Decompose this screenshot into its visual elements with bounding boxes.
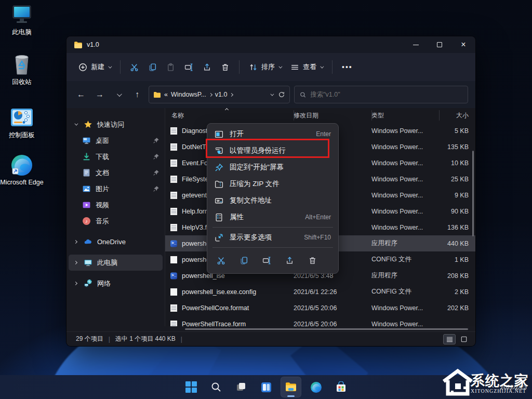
start-button[interactable] — [181, 377, 202, 397]
tray-clock[interactable]: 2022/2/23 — [500, 383, 527, 391]
column-header-name[interactable]: 名称 — [165, 111, 294, 120]
vertical-scrollbar[interactable] — [472, 151, 474, 236]
file-name: PowerShellCore.format — [182, 304, 249, 312]
table-row[interactable]: PowerShellTrace.form 2021/6/5 20:06 Wind… — [165, 316, 475, 326]
new-button[interactable]: 新建 — [74, 59, 115, 75]
admin-shield-icon — [215, 147, 223, 155]
view-button[interactable]: 查看 — [286, 59, 327, 75]
file-type: Windows Power... — [371, 224, 439, 231]
up-button[interactable]: ↑ — [130, 87, 144, 102]
sidebar-item-quick-access[interactable]: 快速访问 — [69, 116, 163, 132]
delete-button[interactable] — [302, 252, 323, 269]
tray-show-hidden-icons[interactable] — [490, 385, 494, 389]
paste-button[interactable] — [162, 59, 180, 75]
sidebar-item-downloads[interactable]: 下载 — [69, 149, 163, 165]
rename-button[interactable] — [256, 252, 277, 269]
file-type-icon — [170, 159, 177, 167]
menu-separator — [212, 247, 333, 248]
desktop-icon-edge[interactable]: Microsoft Edge — [0, 154, 44, 186]
file-type: Windows Power... — [371, 321, 439, 327]
videos-icon — [82, 201, 91, 209]
recent-locations-button[interactable] — [111, 87, 126, 102]
rename-button[interactable] — [180, 59, 198, 75]
column-header-type[interactable]: 类型 — [371, 111, 439, 120]
desktop-icon-this-pc[interactable]: 此电脑 — [0, 3, 44, 37]
menu-separator — [212, 227, 333, 228]
task-view-button[interactable] — [231, 377, 251, 397]
copy-button[interactable] — [143, 59, 162, 75]
breadcrumb-current[interactable]: v1.0 — [215, 91, 228, 98]
menu-item-open[interactable]: 打开 Enter — [207, 126, 338, 142]
taskbar-search-button[interactable] — [206, 377, 227, 397]
ellipsis-icon: ••• — [342, 63, 353, 71]
column-divider[interactable] — [371, 110, 372, 121]
more-options-button[interactable]: ••• — [337, 59, 357, 75]
sidebar-item-network[interactable]: 网络 — [69, 275, 163, 291]
desktop-icon-label: 回收站 — [0, 78, 44, 87]
address-dropdown-icon[interactable] — [270, 92, 274, 96]
edge-taskbar-button[interactable] — [305, 377, 326, 397]
menu-item-show-more-options[interactable]: 显示更多选项 Shift+F10 — [207, 229, 338, 246]
address-bar[interactable]: « WindowsP... v1.0 — [149, 86, 290, 103]
cut-button[interactable] — [125, 59, 143, 75]
share-button[interactable] — [198, 59, 216, 75]
maximize-button[interactable] — [428, 36, 451, 53]
search-input[interactable] — [310, 91, 462, 98]
back-button[interactable]: ← — [74, 87, 88, 102]
column-divider[interactable] — [294, 110, 294, 121]
cut-button[interactable] — [210, 252, 231, 269]
file-type: Windows Power... — [371, 127, 439, 135]
desktop-icon-control-panel[interactable]: 控制面板 — [0, 106, 44, 140]
column-header-size[interactable]: 大小 — [439, 111, 469, 120]
copy-button[interactable] — [233, 252, 254, 269]
menu-item-copy-path[interactable]: 复制文件地址 — [207, 192, 338, 209]
details-view-button[interactable] — [443, 334, 456, 344]
sidebar-item-documents[interactable]: 文档 — [69, 165, 163, 181]
view-icon — [290, 63, 299, 72]
menu-item-pin-to-start[interactable]: 固定到"开始"屏幕 — [207, 159, 338, 176]
table-row[interactable]: PowerShellCore.format 2021/6/5 20:06 Win… — [165, 300, 475, 316]
sort-button[interactable]: 排序 — [244, 59, 286, 75]
file-explorer-icon — [285, 381, 297, 393]
onedrive-cloud-icon — [84, 237, 92, 246]
sidebar-item-onedrive[interactable]: OneDrive — [69, 234, 163, 250]
delete-button[interactable] — [216, 59, 234, 75]
taskbar: 2022/2/23 — [0, 375, 532, 399]
menu-item-properties[interactable]: 属性 Alt+Enter — [207, 209, 338, 225]
title-bar[interactable]: v1.0 × — [66, 36, 475, 53]
share-button[interactable] — [279, 252, 300, 269]
sidebar-item-pictures[interactable]: 图片 — [69, 181, 163, 197]
sidebar-item-desktop[interactable]: 桌面 — [69, 132, 163, 149]
file-size: 9 KB — [439, 192, 469, 199]
store-button[interactable] — [330, 377, 351, 397]
file-type: CONFIG 文件 — [371, 287, 439, 296]
chevron-right-icon — [73, 240, 77, 244]
menu-item-run-as-administrator[interactable]: 以管理员身份运行 — [207, 142, 338, 159]
minimize-button[interactable] — [404, 36, 428, 53]
column-divider[interactable] — [439, 110, 440, 121]
forward-button[interactable]: → — [92, 87, 107, 102]
sidebar-item-videos[interactable]: 视频 — [69, 197, 163, 213]
sidebar-item-music[interactable]: ♪ 音乐 — [69, 213, 163, 229]
menu-item-compress-to-zip[interactable]: 压缩为 ZIP 文件 — [207, 176, 338, 192]
desktop-icon-recycle-bin[interactable]: 回收站 — [0, 53, 44, 87]
file-size: 2 KB — [439, 288, 469, 296]
music-icon: ♪ — [82, 217, 91, 225]
cut-icon — [130, 63, 139, 72]
edge-icon — [10, 154, 33, 177]
file-type: 应用程序 — [371, 271, 439, 280]
file-type: Windows Power... — [371, 208, 439, 215]
table-row[interactable]: powershell_ise.exe.config 2021/6/1 22:26… — [165, 284, 475, 300]
search-box[interactable] — [294, 86, 468, 103]
large-icons-view-button[interactable] — [458, 334, 470, 344]
menu-quick-actions — [207, 249, 338, 271]
refresh-icon[interactable] — [278, 91, 285, 98]
widgets-button[interactable] — [256, 377, 276, 397]
file-explorer-button[interactable] — [281, 377, 301, 397]
horizontal-scrollbar[interactable] — [185, 328, 468, 330]
breadcrumb-parent[interactable]: WindowsP... — [171, 91, 206, 98]
file-date: 2021/6/1 22:26 — [294, 288, 371, 296]
column-header-date[interactable]: 修改日期 — [294, 111, 371, 120]
close-button[interactable]: × — [451, 36, 475, 53]
sidebar-item-this-pc[interactable]: 此电脑 — [69, 255, 163, 271]
